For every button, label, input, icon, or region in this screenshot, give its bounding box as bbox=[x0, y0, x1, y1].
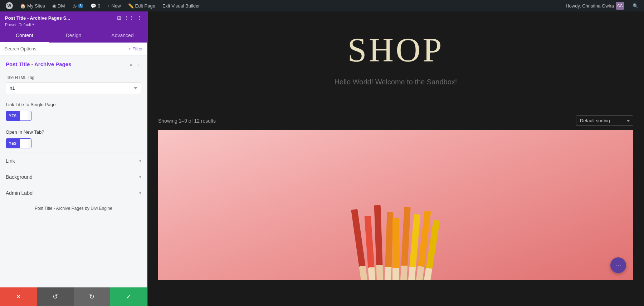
panel-resize-button[interactable]: ⊞ bbox=[117, 15, 121, 21]
link-title-field: Link Title to Single Page YES bbox=[0, 98, 147, 125]
shop-title: SHOP bbox=[155, 33, 637, 67]
admin-bar-right: Howdy, Christina Gwira CG 🔍 bbox=[563, 2, 641, 10]
title-html-tag-select[interactable]: h1 h2 h3 h4 h5 h6 p span bbox=[6, 82, 141, 94]
panel-layout-button[interactable]: ⋮⋮ bbox=[124, 15, 134, 21]
tab-advanced[interactable]: Advanced bbox=[98, 29, 147, 43]
pencil-4 bbox=[385, 212, 394, 280]
exit-builder-item[interactable]: Exit Visual Builder bbox=[160, 0, 203, 11]
open-new-tab-label: Open In New Tab? bbox=[6, 129, 141, 135]
shop-meta-bar: Showing 1–9 of 12 results Default sortin… bbox=[147, 111, 644, 130]
preset-label[interactable]: Preset: Default ▾ bbox=[5, 22, 142, 27]
chevron-down-icon-3: ▾ bbox=[139, 191, 141, 196]
toggle-handle-2 bbox=[20, 139, 28, 148]
save-button[interactable]: ✓ bbox=[110, 287, 147, 306]
panel-title: Post Title - Archive Pages S... bbox=[5, 15, 70, 21]
filter-button[interactable]: + Filter bbox=[128, 46, 143, 51]
link-title-label: Link Title to Single Page bbox=[6, 102, 141, 107]
comments-item[interactable]: ◎ 3 bbox=[70, 0, 87, 11]
fab-button[interactable]: ··· bbox=[610, 257, 626, 273]
user-info: Howdy, Christina Gwira CG bbox=[563, 2, 627, 10]
panel-footer: Post Title - Archive Pages by Divi Engin… bbox=[0, 201, 147, 215]
wp-logo-item[interactable]: W bbox=[3, 0, 16, 11]
edit-page-item[interactable]: ✏️ Edit Page bbox=[125, 0, 158, 11]
shop-hero: SHOP Hello World! Welcome to the Sandbox… bbox=[147, 11, 644, 111]
shop-canvas: SHOP Hello World! Welcome to the Sandbox… bbox=[147, 11, 644, 306]
collapsible-link[interactable]: Link ▾ bbox=[0, 153, 147, 169]
panel-title-row: Post Title - Archive Pages S... ⊞ ⋮⋮ ⋮ bbox=[5, 15, 142, 21]
undo-button[interactable]: ↺ bbox=[37, 287, 74, 306]
section-title: Post Title - Archive Pages bbox=[6, 61, 71, 67]
collapsible-background[interactable]: Background ▾ bbox=[0, 169, 147, 185]
chevron-down-icon: ▾ bbox=[32, 22, 34, 27]
pencil-5 bbox=[392, 218, 399, 280]
comments-count-badge: 3 bbox=[78, 4, 84, 8]
pencil-3 bbox=[374, 205, 383, 280]
right-canvas: SHOP Hello World! Welcome to the Sandbox… bbox=[147, 11, 644, 306]
bubble-icon: ◎ bbox=[73, 3, 77, 9]
cancel-button[interactable]: ✕ bbox=[0, 287, 37, 306]
chevron-down-icon: ▾ bbox=[139, 158, 141, 163]
collapsible-admin-label[interactable]: Admin Label ▾ bbox=[0, 185, 147, 201]
left-panel: Post Title - Archive Pages S... ⊞ ⋮⋮ ⋮ P… bbox=[0, 11, 147, 306]
panel-header: Post Title - Archive Pages S... ⊞ ⋮⋮ ⋮ P… bbox=[0, 11, 147, 29]
open-new-tab-field: Open In New Tab? YES bbox=[0, 125, 147, 153]
main-layout: Post Title - Archive Pages S... ⊞ ⋮⋮ ⋮ P… bbox=[0, 11, 644, 306]
sort-select[interactable]: Default sorting Sort by popularity Sort … bbox=[576, 115, 633, 126]
divi-icon: ◉ bbox=[52, 3, 56, 9]
tab-design[interactable]: Design bbox=[49, 29, 98, 43]
divi-item[interactable]: ◉ Divi bbox=[49, 0, 68, 11]
shop-subtitle: Hello World! Welcome to the Sandbox! bbox=[155, 78, 637, 86]
panel-search-bar: + Filter bbox=[0, 43, 147, 55]
new-item[interactable]: + New bbox=[104, 0, 123, 11]
tab-content[interactable]: Content bbox=[0, 29, 49, 43]
collapse-section-button[interactable]: ▲ bbox=[128, 61, 133, 67]
bottom-action-bar: ✕ ↺ ↻ ✓ bbox=[0, 287, 147, 306]
pencil-icon: ✏️ bbox=[128, 3, 134, 9]
panel-more-button[interactable]: ⋮ bbox=[137, 15, 142, 21]
search-icon[interactable]: 🔍 bbox=[630, 3, 641, 9]
panel-header-icons: ⊞ ⋮⋮ ⋮ bbox=[117, 15, 142, 21]
footer-module-link[interactable]: Post Title - Archive Pages by Divi Engin… bbox=[35, 206, 112, 211]
panel-content: Post Title - Archive Pages ▲ ⋮ Title HTM… bbox=[0, 55, 147, 306]
toggle-yes-label-2: YES bbox=[6, 139, 20, 148]
link-title-toggle[interactable]: YES bbox=[6, 111, 31, 121]
comment-icon: 💬 bbox=[91, 3, 96, 9]
comment-zero-item[interactable]: 💬 0 bbox=[88, 0, 103, 11]
toggle-yes-label: YES bbox=[6, 111, 20, 120]
wp-admin-bar: W 🏠 My Sites ◉ Divi ◎ 3 💬 0 + New ✏️ Edi… bbox=[0, 0, 644, 11]
product-image-area: ··· bbox=[158, 130, 633, 280]
link-section-label: Link bbox=[6, 158, 15, 164]
panel-tabs: Content Design Advanced bbox=[0, 29, 147, 43]
admin-bar-left: W 🏠 My Sites ◉ Divi ◎ 3 💬 0 + New ✏️ Edi… bbox=[3, 0, 203, 11]
section-header: Post Title - Archive Pages ▲ ⋮ bbox=[0, 55, 147, 71]
title-html-tag-label: Title HTML Tag bbox=[6, 75, 141, 80]
title-html-tag-field: Title HTML Tag h1 h2 h3 h4 h5 h6 p span bbox=[0, 71, 147, 98]
user-avatar: CG bbox=[616, 2, 624, 10]
pencils-area bbox=[361, 202, 430, 280]
results-text: Showing 1–9 of 12 results bbox=[158, 118, 216, 124]
admin-label-section-label: Admin Label bbox=[6, 190, 34, 196]
wp-logo-icon: W bbox=[6, 2, 13, 9]
search-input[interactable] bbox=[4, 46, 126, 51]
my-sites-item[interactable]: 🏠 My Sites bbox=[17, 0, 48, 11]
section-icons: ▲ ⋮ bbox=[128, 61, 141, 67]
background-section-label: Background bbox=[6, 174, 33, 180]
section-more-button[interactable]: ⋮ bbox=[136, 61, 141, 67]
home-icon: 🏠 bbox=[20, 3, 26, 9]
toggle-handle bbox=[20, 111, 28, 120]
open-new-tab-toggle[interactable]: YES bbox=[6, 138, 31, 148]
chevron-down-icon-2: ▾ bbox=[139, 174, 141, 179]
redo-button[interactable]: ↻ bbox=[74, 287, 111, 306]
